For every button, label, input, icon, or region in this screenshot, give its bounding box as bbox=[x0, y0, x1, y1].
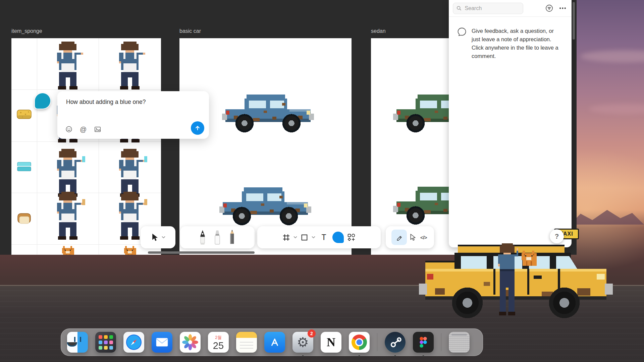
shape-tool[interactable] bbox=[301, 226, 308, 248]
launchpad-grid-dot bbox=[99, 335, 102, 339]
comment-tool-active[interactable] bbox=[332, 226, 344, 248]
filter-icon bbox=[545, 4, 553, 12]
search-input[interactable] bbox=[464, 5, 520, 12]
grid-line bbox=[11, 89, 161, 90]
launchpad-grid-dot bbox=[99, 346, 102, 350]
person-sprite[interactable] bbox=[112, 42, 147, 89]
grid-line bbox=[11, 244, 161, 245]
launchpad-grid-dot bbox=[104, 346, 108, 350]
annotate-pencil-icon bbox=[395, 233, 403, 241]
safari-compass-icon bbox=[126, 334, 142, 350]
submit-comment-button[interactable] bbox=[191, 121, 204, 135]
dock-separator bbox=[377, 333, 377, 351]
help-button[interactable]: ? bbox=[550, 229, 564, 243]
pen-icon bbox=[198, 229, 207, 246]
comment-pin[interactable] bbox=[35, 93, 50, 109]
dock-item-system-settings[interactable]: 2 bbox=[292, 332, 313, 353]
text-tool[interactable]: T bbox=[319, 226, 329, 248]
person-sprite[interactable] bbox=[112, 149, 147, 197]
blue-car-sprite[interactable] bbox=[221, 90, 315, 137]
bread-sprite[interactable] bbox=[16, 212, 32, 225]
notification-badge: 2 bbox=[308, 329, 316, 338]
toolbar-draw-group bbox=[180, 226, 255, 248]
frame-label-basic-car[interactable]: basic car bbox=[179, 28, 201, 34]
chevron-down-icon bbox=[312, 236, 315, 239]
chevron-down-icon bbox=[293, 236, 297, 239]
notion-n-glyph: N bbox=[327, 335, 335, 349]
frame-tool[interactable] bbox=[282, 226, 290, 248]
dock-item-chrome[interactable] bbox=[349, 332, 370, 353]
frame-label-item-sponge[interactable]: item_sponge bbox=[11, 28, 42, 34]
dock-item-steam[interactable] bbox=[385, 332, 406, 353]
dock-item-app-store[interactable] bbox=[264, 332, 285, 353]
canvas-horizontal-scrollbar[interactable] bbox=[148, 251, 255, 254]
frame-icon bbox=[282, 234, 290, 241]
cloud bbox=[589, 104, 644, 114]
launchpad-grid-dot bbox=[99, 341, 102, 344]
person-sprite[interactable] bbox=[50, 42, 85, 89]
person-sprite[interactable] bbox=[50, 149, 85, 197]
dock-item-launchpad[interactable] bbox=[95, 332, 116, 353]
comment-composer[interactable]: How about adding a blue one? @ bbox=[57, 91, 209, 139]
marker-icon bbox=[213, 229, 222, 246]
photos-pinwheel-icon bbox=[182, 334, 199, 351]
cursor-chat-tool[interactable] bbox=[410, 226, 416, 248]
image-icon[interactable] bbox=[94, 126, 101, 133]
cat-sprite[interactable] bbox=[123, 246, 138, 255]
shape-tool-menu[interactable] bbox=[312, 226, 315, 248]
taxi-driver-sprite bbox=[492, 243, 522, 317]
figma-logo-icon bbox=[420, 337, 427, 348]
emoji-icon[interactable] bbox=[65, 126, 72, 133]
calendar-month-label: 2월 bbox=[215, 335, 222, 341]
frame-tool-menu[interactable] bbox=[293, 226, 297, 248]
panel-more-button[interactable] bbox=[557, 3, 568, 13]
cursor-outline-icon bbox=[410, 234, 416, 241]
mail-envelope-icon bbox=[154, 335, 170, 350]
mention-icon[interactable]: @ bbox=[80, 126, 87, 133]
towel-sprite[interactable] bbox=[16, 160, 32, 173]
filter-comments-button[interactable] bbox=[544, 3, 554, 13]
canvas-vertical-scrollbar[interactable] bbox=[573, 2, 575, 40]
toolbar-object-group: T bbox=[257, 226, 381, 248]
dock-item-trash[interactable] bbox=[449, 332, 470, 353]
dock-item-figma[interactable] bbox=[413, 332, 434, 353]
frame-label-sedan[interactable]: sedan bbox=[371, 28, 386, 34]
blue-car-sprite[interactable] bbox=[218, 183, 312, 230]
comment-search[interactable] bbox=[453, 3, 523, 14]
taxi-cat-sprite bbox=[520, 251, 539, 266]
frame-basic-car[interactable] bbox=[179, 38, 352, 255]
chrome-logo-icon bbox=[352, 335, 367, 350]
launchpad-grid-dot bbox=[104, 341, 108, 344]
dock-item-photos[interactable] bbox=[180, 332, 201, 353]
actions-tool[interactable] bbox=[347, 226, 356, 248]
pencil-icon bbox=[228, 229, 236, 246]
pen-tool[interactable] bbox=[198, 226, 207, 248]
dock-item-safari[interactable] bbox=[123, 332, 144, 353]
move-tool-menu[interactable] bbox=[162, 226, 165, 248]
sponge-sprite[interactable] bbox=[16, 109, 32, 120]
up-arrow-icon bbox=[194, 124, 201, 132]
person-sprite[interactable] bbox=[50, 192, 85, 240]
comment-bubble-outline-icon bbox=[457, 27, 467, 37]
marker-tool[interactable] bbox=[213, 226, 222, 248]
comment-draft-text[interactable]: How about adding a blue one? bbox=[66, 99, 201, 106]
launchpad-grid-dot bbox=[109, 346, 113, 350]
calendar-day-label: 25 bbox=[213, 341, 224, 351]
ellipsis-icon bbox=[558, 4, 567, 12]
dock-item-finder[interactable] bbox=[67, 332, 88, 353]
text-tool-glyph: T bbox=[319, 233, 329, 242]
move-tool[interactable] bbox=[151, 226, 159, 248]
dock-item-notes[interactable] bbox=[236, 332, 257, 353]
cat-sprite[interactable] bbox=[61, 246, 76, 255]
dock-item-notion[interactable]: N bbox=[321, 332, 341, 353]
comments-panel: Give feedback, ask a question, or just l… bbox=[449, 0, 572, 247]
launchpad-grid-dot bbox=[109, 341, 113, 344]
dock-item-calendar[interactable]: 2월 25 bbox=[208, 332, 229, 353]
search-icon bbox=[457, 5, 462, 11]
dock-item-mail[interactable] bbox=[152, 332, 172, 353]
frame-item-sponge[interactable] bbox=[11, 38, 161, 255]
pencil-tool[interactable] bbox=[228, 226, 236, 248]
annotate-highlight bbox=[391, 230, 407, 245]
dock-separator bbox=[441, 333, 441, 351]
annotate-tool[interactable] bbox=[391, 226, 407, 248]
